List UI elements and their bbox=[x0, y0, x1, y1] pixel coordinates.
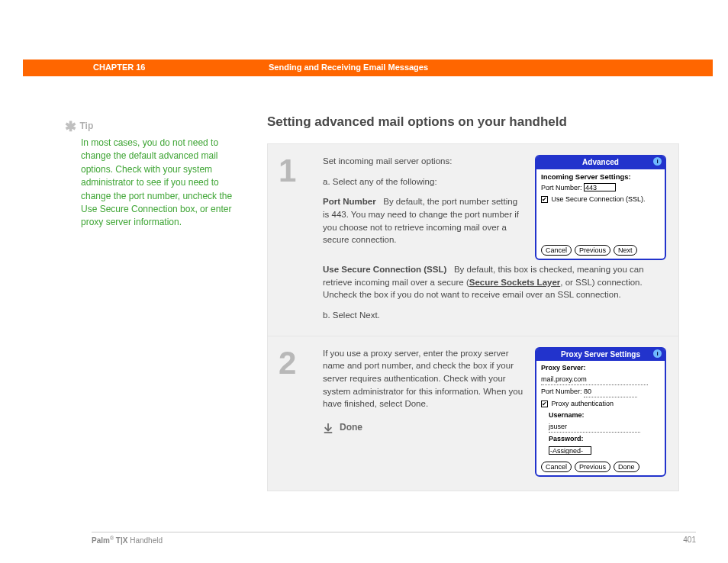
device2-port-row: Port Number: 80 bbox=[541, 387, 660, 397]
device1-ssl-checkbox: ✔ bbox=[541, 196, 548, 203]
step-1-ssl-paragraph: Use Secure Connection (SSL) By default, … bbox=[323, 263, 666, 301]
step-2-body: If you use a proxy server, enter the pro… bbox=[323, 347, 524, 410]
device1-port-input: 443 bbox=[584, 183, 616, 191]
device2-previous-button: Previous bbox=[575, 462, 610, 472]
device2-proxy-value: mail.proxy.com bbox=[541, 375, 648, 385]
device2-pass-value: -Assigned- bbox=[549, 446, 591, 455]
device1-heading: Incoming Server Settings: bbox=[541, 172, 660, 182]
device1-cancel-button: Cancel bbox=[541, 245, 572, 256]
device2-proxy-label: Proxy Server: bbox=[541, 364, 586, 372]
step-2: 2 If you use a proxy server, enter the p… bbox=[268, 336, 678, 491]
device1-ssl-label: Use Secure Connection (SSL). bbox=[552, 195, 646, 203]
step-1-b: b. Select Next. bbox=[323, 309, 666, 322]
done-row: Done bbox=[323, 421, 524, 434]
device2-port-label: Port Number: bbox=[541, 388, 582, 395]
device2-cancel-button: Cancel bbox=[541, 462, 572, 472]
info-icon: i bbox=[653, 349, 662, 358]
section-heading: Setting advanced mail options on your ha… bbox=[267, 114, 679, 130]
device1-ssl-row: ✔ Use Secure Connection (SSL). bbox=[541, 195, 660, 204]
device2-title: Proxy Server Settings bbox=[561, 350, 640, 359]
device2-user-value: jsuser bbox=[549, 422, 640, 433]
device2-user-label: Username: bbox=[549, 411, 585, 419]
device2-port-value: 80 bbox=[584, 387, 637, 397]
device2-done-button: Done bbox=[614, 462, 639, 472]
step-1-number: 1 bbox=[279, 155, 323, 322]
ssl-label: Use Secure Connection (SSL) bbox=[323, 265, 446, 274]
done-label: Done bbox=[340, 421, 362, 434]
tip-asterisk-icon: ✱ bbox=[64, 118, 76, 135]
step-2-number: 2 bbox=[279, 347, 323, 477]
device1-port-row: Port Number: 443 bbox=[541, 183, 660, 193]
page-number: 401 bbox=[683, 536, 696, 544]
footer-model: T|X bbox=[114, 536, 127, 545]
chapter-header-bar: CHAPTER 16 Sending and Receiving Email M… bbox=[23, 60, 713, 76]
chapter-title: Sending and Receiving Email Messages bbox=[269, 63, 428, 72]
chapter-number: CHAPTER 16 bbox=[93, 63, 145, 72]
device1-port-label: Port Number: bbox=[541, 184, 582, 191]
device1-previous-button: Previous bbox=[575, 245, 610, 256]
device-screenshot-advanced: Advanced i Incoming Server Settings: Por… bbox=[535, 155, 666, 260]
step-1: 1 Set incoming mail server options: a. S… bbox=[268, 144, 678, 336]
device1-titlebar: Advanced i bbox=[536, 156, 665, 169]
tip-body: In most cases, you do not need to change… bbox=[81, 137, 234, 230]
device2-pass-label: Password: bbox=[549, 435, 584, 442]
tip-sidebar: ✱ Tip In most cases, you do not need to … bbox=[81, 118, 234, 230]
steps-container: 1 Set incoming mail server options: a. S… bbox=[267, 143, 679, 491]
device1-title: Advanced bbox=[582, 158, 619, 166]
device-screenshot-proxy: Proxy Server Settings i Proxy Server: ma… bbox=[535, 347, 666, 477]
device1-next-button: Next bbox=[614, 245, 637, 256]
info-icon: i bbox=[653, 157, 662, 166]
device2-auth-label: Proxy authentication bbox=[552, 400, 614, 407]
device2-auth-row: ✔ Proxy authentication bbox=[541, 399, 660, 409]
step-1-port-paragraph: Port Number By default, the port number … bbox=[323, 195, 524, 246]
footer-brand-name: Palm bbox=[92, 536, 110, 545]
step-1-a: a. Select any of the following: bbox=[323, 175, 524, 188]
port-number-label: Port Number bbox=[323, 197, 376, 206]
device2-titlebar: Proxy Server Settings i bbox=[536, 349, 665, 362]
footer-suffix: Handheld bbox=[127, 536, 163, 545]
done-arrow-icon bbox=[323, 423, 333, 433]
ssl-link[interactable]: Secure Sockets Layer bbox=[469, 278, 561, 287]
tip-label: Tip bbox=[79, 121, 93, 131]
page-footer: Palm® T|X Handheld 401 bbox=[92, 532, 696, 545]
footer-brand: Palm® T|X Handheld bbox=[92, 536, 163, 545]
device2-auth-checkbox: ✔ bbox=[541, 401, 548, 407]
step-1-intro: Set incoming mail server options: bbox=[323, 155, 524, 168]
